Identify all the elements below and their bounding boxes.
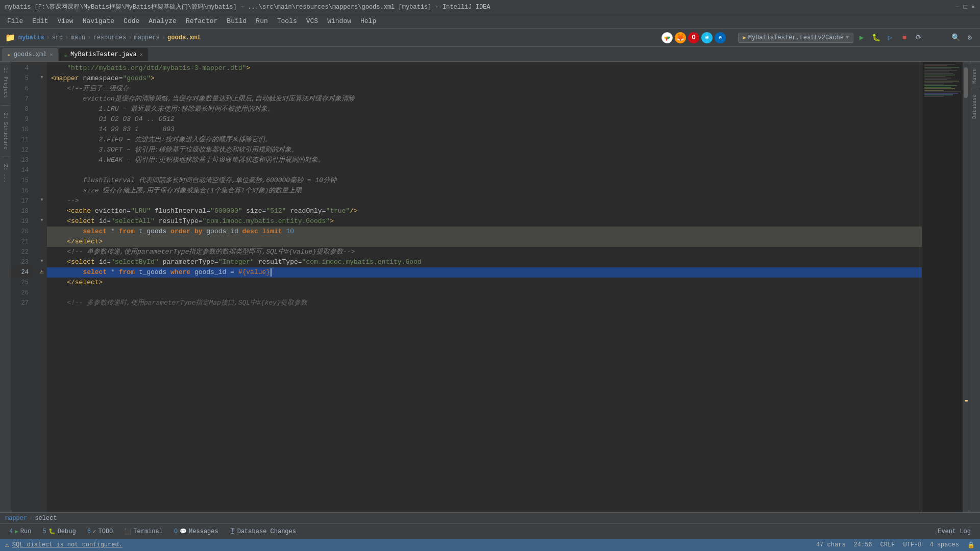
code-line-19: <select id = "selectAll" resultType = "c… (47, 216, 922, 227)
event-log-tab[interactable]: Event Log (933, 527, 976, 537)
code-line-13: 4.WEAK – 弱引用:更积极地移除基于垃圾收集器状态和弱引用规则的对象。 (47, 155, 922, 165)
line-numbers: 4 5 6 7 8 9 10 11 12 13 14 15 16 17 18 1… (11, 62, 37, 512)
minimize-btn[interactable]: ─ (955, 4, 959, 11)
menu-edit[interactable]: Edit (28, 16, 52, 27)
todo-tab[interactable]: 6 ✓ TODO (82, 527, 118, 537)
firefox-icon[interactable]: 🦊 (675, 32, 686, 43)
tab-mybatistester-label: MyBatisTester.java (70, 51, 137, 58)
run-tab-label: Run (20, 528, 32, 535)
code-line-11: 2.FIFO – 先进先出:按对象进入缓存的顺序来移除它们。 (47, 135, 922, 145)
code-line-12: 3.SOFT – 软引用:移除基于垃圾收集器状态和软引用规则的对象。 (47, 145, 922, 155)
fold-icon-19[interactable]: ▼ (40, 218, 43, 223)
vertical-scrollbar[interactable] (963, 62, 969, 512)
close-btn[interactable]: ✕ (971, 3, 975, 11)
warning-marker (965, 400, 968, 402)
code-line-7: eviction是缓存的清除策略,当缓存对象数量达到上限后,自动触发对应算法对缓… (47, 94, 922, 104)
git-icon[interactable]: 🔒 (967, 541, 975, 549)
menu-code[interactable]: Code (119, 16, 143, 27)
edge-icon[interactable]: e (715, 32, 726, 43)
breadcrumb-file[interactable]: goods.xml (167, 34, 201, 41)
gutter-col: ▼ ▼ ▼ (37, 62, 47, 512)
code-line-4: "http://mybatis.org/dtd/mybatis-3-mapper… (47, 63, 922, 73)
messages-tab-label: Messages (189, 528, 218, 535)
status-cursor[interactable]: 24:56 (854, 541, 872, 548)
breadcrumb-mappers[interactable]: mappers (134, 34, 159, 41)
fold-icon-17[interactable]: ▼ (40, 197, 43, 203)
right-side-panel: Maven Database (969, 62, 980, 512)
settings-button[interactable]: ⚙ (964, 32, 976, 44)
maven-panel-btn[interactable]: Maven (971, 64, 978, 88)
db-changes-tab[interactable]: 🗄 Database Changes (225, 527, 301, 537)
menu-run[interactable]: Run (252, 16, 272, 27)
tab-mybatistester[interactable]: ☕ MyBatisTester.java ✕ (59, 48, 148, 61)
run-tab[interactable]: 4 ▶ Run (4, 527, 36, 537)
bottom-breadcrumb: mapper › select (0, 512, 980, 523)
tab-goods-xml-close[interactable]: ✕ (50, 52, 53, 58)
code-line-23: <select id = "selectById" parameterType … (47, 257, 922, 267)
menu-view[interactable]: View (53, 16, 77, 27)
run-config-label: MyBatisTester.testLv2Cache (748, 34, 844, 41)
terminal-tab-label: Terminal (133, 528, 163, 535)
breadcrumb-src[interactable]: src (52, 34, 63, 41)
menu-vcs[interactable]: VCS (302, 16, 322, 27)
z-panel-btn[interactable]: Z: ... (2, 161, 9, 186)
coverage-button[interactable]: ▷ (884, 32, 896, 44)
fold-icon-5[interactable]: ▼ (40, 75, 43, 80)
xml-file-icon: ✦ (7, 52, 11, 58)
warning-gutter-24: ⚠ (37, 266, 47, 277)
run-config[interactable]: ▶ MyBatisTester.testLv2Cache ▼ (738, 33, 853, 43)
status-sql-warning[interactable]: SQL dialect is not configured. (12, 541, 122, 548)
database-panel-btn[interactable]: Database (971, 90, 978, 123)
breadcrumb-resources[interactable]: resources (93, 34, 126, 41)
status-bar: ⚠ SQL dialect is not configured. 47 char… (0, 539, 980, 551)
code-line-16: size 缓存存储上限,用于保存对象或集合(1个集合算1个对象)的数量上限 (47, 186, 922, 196)
tab-goods-xml[interactable]: ✦ goods.xml ✕ (2, 48, 58, 61)
title-bar: mybatis [F:\慕课网课程\MyBatis框架\MyBatis框架基础入… (0, 0, 980, 14)
breadcrumb-select[interactable]: select (35, 515, 57, 522)
structure-panel-btn[interactable]: 2: Structure (2, 110, 9, 153)
code-line-5: < mapper namespace = "goods" > (47, 73, 922, 84)
breadcrumb-mybatis[interactable]: mybatis (18, 34, 44, 41)
scrollbar-thumb[interactable] (964, 67, 968, 98)
status-encoding: UTF-8 (903, 541, 921, 548)
stop-button[interactable]: ■ (898, 32, 911, 44)
status-chars: 47 chars (816, 541, 846, 548)
menu-navigate[interactable]: Navigate (79, 16, 118, 27)
project-panel-btn[interactable]: 1: Project (2, 64, 9, 101)
menu-window[interactable]: Window (323, 16, 355, 27)
maximize-btn[interactable]: □ (964, 4, 967, 11)
chrome-icon[interactable] (662, 32, 673, 43)
messages-tab[interactable]: 0 💬 Messages (169, 527, 224, 537)
code-line-22: <!-- 单参数传递,使用 parameterType 指定参数的数据类型即可,… (47, 247, 922, 257)
menu-analyze[interactable]: Analyze (144, 16, 181, 27)
code-line-27: <!-- 多参数传递时,使用 parameterType 指定Map接口,SQL… (47, 298, 922, 308)
menu-help[interactable]: Help (356, 16, 380, 27)
menu-refactor[interactable]: Refactor (182, 16, 222, 27)
opera-icon[interactable]: O (688, 32, 699, 43)
bottom-toolbar: 4 ▶ Run 5 🐛 Debug 6 ✓ TODO ⬛ Terminal 0 … (0, 523, 980, 539)
sync-button[interactable]: ⟳ (913, 32, 925, 44)
status-indent[interactable]: 4 spaces (929, 541, 959, 548)
menu-file[interactable]: File (3, 16, 27, 27)
ie-icon[interactable]: e (701, 32, 713, 43)
breadcrumb-mapper[interactable]: mapper (5, 515, 27, 522)
folder-icon: 📁 (4, 32, 16, 44)
tab-mybatistester-close[interactable]: ✕ (140, 52, 143, 58)
title-text: mybatis [F:\慕课网课程\MyBatis框架\MyBatis框架基础入… (5, 3, 491, 11)
search-everywhere-button[interactable]: 🔍 (949, 32, 962, 44)
run-button[interactable]: ▶ (855, 32, 868, 44)
tab-bar: ✦ goods.xml ✕ ☕ MyBatisTester.java ✕ (0, 47, 980, 62)
terminal-tab[interactable]: ⬛ Terminal (119, 527, 168, 537)
breadcrumb-main[interactable]: main (70, 34, 85, 41)
menu-build[interactable]: Build (223, 16, 251, 27)
fold-icon-23[interactable]: ▼ (40, 259, 43, 264)
code-line-6: <!--开启了二级缓存 (47, 84, 922, 94)
code-line-18: <cache eviction = "LRU" flushInterval = … (47, 206, 922, 216)
event-log-label: Event Log (938, 528, 971, 535)
cursor-caret (271, 268, 272, 277)
status-line-ending[interactable]: CRLF (880, 541, 895, 548)
debug-tab[interactable]: 5 🐛 Debug (37, 527, 81, 537)
code-content[interactable]: "http://mybatis.org/dtd/mybatis-3-mapper… (47, 62, 922, 512)
menu-tools[interactable]: Tools (273, 16, 301, 27)
debug-button[interactable]: 🐛 (870, 32, 882, 44)
